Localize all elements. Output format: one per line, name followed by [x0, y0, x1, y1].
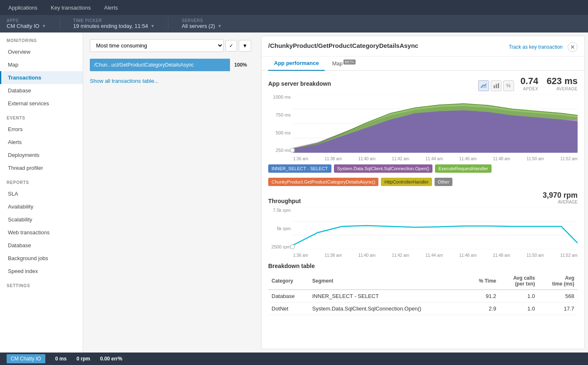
nav-alerts[interactable]: Alerts — [102, 5, 119, 11]
legend-sqlconnection[interactable]: System.Data.SqlClient.SqlConnection.Open… — [334, 164, 433, 173]
row0-calls: 1.0 — [499, 290, 538, 303]
throughput-y-labels: 7.5k rpm 5k rpm 2500 rpm — [268, 208, 293, 249]
timepicker-selector[interactable]: TIME PICKER 19 minutes ending today, 11:… — [73, 18, 155, 29]
detail-content: App server breakdown — [262, 71, 584, 320]
row1-segment: System.Data.SqlClient.SqlConnection.Open… — [309, 303, 467, 315]
x-label-4: 11:44 am — [425, 156, 443, 161]
nav-key-transactions[interactable]: Key transactions — [49, 5, 92, 11]
close-button[interactable]: ✕ — [568, 42, 578, 52]
row0-segment: INNER_SELECT - SELECT — [309, 290, 467, 303]
tab-map[interactable]: MapBETA — [326, 57, 361, 71]
status-rpm: 0 rpm — [77, 356, 90, 362]
apdex-stat: 0.74 APDEX — [521, 76, 539, 91]
apdex-label: APDEX — [521, 87, 539, 91]
legend-chunky-product[interactable]: ChunkyProduct.GetProductCategoryDetailsA… — [268, 178, 378, 186]
timepicker-label: TIME PICKER — [73, 18, 155, 23]
row1-pct: 2.9 — [467, 303, 499, 315]
table-row: DotNet System.Data.SqlClient.SqlConnecti… — [268, 303, 578, 315]
txn-row[interactable]: /Chun...uct/GetProductCategoryDetailsAsy… — [90, 59, 251, 71]
servers-selector[interactable]: SERVERS All servers (2) ▼ — [182, 18, 222, 29]
sidebar-item-errors[interactable]: Errors — [0, 123, 83, 136]
nav-applications[interactable]: Applications — [7, 5, 39, 11]
chart-x-labels: 1:36 am 11:38 am 11:40 am 11:42 am 11:44… — [293, 156, 578, 161]
tab-app-performance[interactable]: App performance — [268, 57, 325, 71]
settings-section-label: SETTINGS — [0, 278, 83, 291]
sidebar-item-availability[interactable]: Availability — [0, 200, 83, 213]
x-label-8: 11:52 am — [560, 156, 578, 161]
throughput-value: 3,970 rpm — [543, 191, 578, 200]
sidebar-item-map[interactable]: Map — [0, 58, 83, 71]
percent-icon-btn[interactable]: % — [503, 80, 514, 91]
dropdown-extra-btn[interactable]: ✓ — [225, 40, 237, 52]
svg-rect-3 — [498, 83, 499, 88]
average-value: 623 ms — [546, 76, 578, 87]
sidebar: MONITORING Overview Map Transactions Dat… — [0, 32, 83, 353]
tp-x-8: 11:52 am — [560, 253, 578, 258]
sidebar-item-database-reports[interactable]: Database — [0, 239, 83, 252]
sidebar-item-external-services[interactable]: External services — [0, 97, 83, 110]
legend-other[interactable]: Other — [435, 178, 453, 186]
average-stat: 623 ms AVERAGE — [546, 76, 578, 91]
bar-chart-icon-btn[interactable] — [491, 80, 502, 91]
chart-y-labels: 1000 ms 750 ms 500 ms 250 ms — [268, 94, 293, 153]
legend-execute-request[interactable]: ExecuteRequestHandler — [435, 164, 491, 173]
row1-time: 17.7 — [538, 303, 578, 315]
txn-pct: 100% — [230, 59, 251, 71]
sidebar-item-web-transactions[interactable]: Web transactions — [0, 226, 83, 239]
status-bar: CM Chatty IO 0 ms 0 rpm 0.00 err% — [0, 353, 588, 365]
x-label-6: 11:48 am — [493, 156, 510, 161]
status-app-name: CM Chatty IO — [7, 354, 45, 363]
sidebar-item-thread-profiler[interactable]: Thread profiler — [0, 161, 83, 174]
dropdown-row: Most time consuming ✓ ▼ — [90, 39, 251, 52]
throughput-stat: 3,970 rpm AVERAGE — [543, 191, 578, 204]
sidebar-item-deployments[interactable]: Deployments — [0, 149, 83, 161]
svg-rect-2 — [496, 84, 497, 88]
tp-x-2: 11:40 am — [358, 253, 376, 258]
col-avg-calls: Avg calls (per txn) — [499, 273, 538, 290]
tp-y-2: 2500 rpm — [272, 244, 291, 249]
breakdown-title: Breakdown table — [268, 263, 578, 269]
throughput-chart: 7.5k rpm 5k rpm 2500 rpm — [268, 208, 578, 258]
row0-category: Database — [268, 290, 309, 303]
apps-value: CM Chatty IO ▼ — [7, 23, 46, 29]
throughput-chart-svg — [293, 208, 578, 249]
apps-selector[interactable]: APPS CM Chatty IO ▼ — [7, 18, 46, 29]
chart-icons: % — [478, 80, 514, 91]
row1-category: DotNet — [268, 303, 309, 315]
throughput-section: Throughput 3,970 rpm AVERAGE 7.5k rpm 5k… — [268, 191, 578, 258]
dropdown-down-btn[interactable]: ▼ — [239, 40, 251, 52]
x-label-1: 11:38 am — [324, 156, 342, 161]
status-err-value: 0.00 — [100, 356, 110, 362]
sort-dropdown[interactable]: Most time consuming — [90, 39, 224, 52]
status-ms-label: ms — [59, 356, 67, 362]
col-category: Category — [268, 273, 309, 290]
sidebar-item-sla[interactable]: SLA — [0, 187, 83, 200]
show-all-link[interactable]: Show all transactions table... — [90, 78, 158, 84]
tp-x-7: 11:50 am — [526, 253, 544, 258]
sidebar-item-alerts[interactable]: Alerts — [0, 136, 83, 149]
throughput-label: AVERAGE — [543, 200, 578, 204]
tp-x-6: 11:48 am — [493, 253, 510, 258]
sidebar-item-database[interactable]: Database — [0, 84, 83, 97]
top-nav: Applications Key transactions Alerts — [0, 0, 588, 15]
legend-http-controller[interactable]: HttpControllerHandler — [381, 178, 432, 186]
x-label-5: 11:46 am — [459, 156, 477, 161]
throughput-canvas — [293, 208, 578, 249]
sidebar-item-scalability[interactable]: Scalability — [0, 213, 83, 226]
sidebar-item-transactions[interactable]: Transactions — [0, 71, 83, 84]
legend-inner-select[interactable]: INNER_SELECT - SELECT — [268, 164, 331, 173]
col-segment: Segment — [309, 273, 467, 290]
sidebar-item-overview[interactable]: Overview — [0, 45, 83, 58]
legend-row: INNER_SELECT - SELECT System.Data.SqlCli… — [268, 164, 578, 173]
col-avg-time: Avg time (ms) — [538, 273, 578, 290]
sidebar-item-speed-index[interactable]: Speed index — [0, 265, 83, 278]
track-as-key-transaction-link[interactable]: Track as key transaction — [509, 44, 563, 50]
apps-label: APPS — [7, 18, 46, 23]
sidebar-item-background-jobs[interactable]: Background jobs — [0, 252, 83, 265]
detail-tabs: App performance MapBETA — [262, 57, 584, 71]
throughput-title: Throughput — [268, 198, 301, 204]
reports-section-label: REPORTS — [0, 174, 83, 187]
section-right: % 0.74 APDEX 623 ms AVERAGE — [478, 76, 578, 91]
area-chart-icon-btn[interactable] — [478, 80, 489, 91]
throughput-x-labels: 1:36 am 11:38 am 11:40 am 11:42 am 11:44… — [293, 253, 578, 258]
